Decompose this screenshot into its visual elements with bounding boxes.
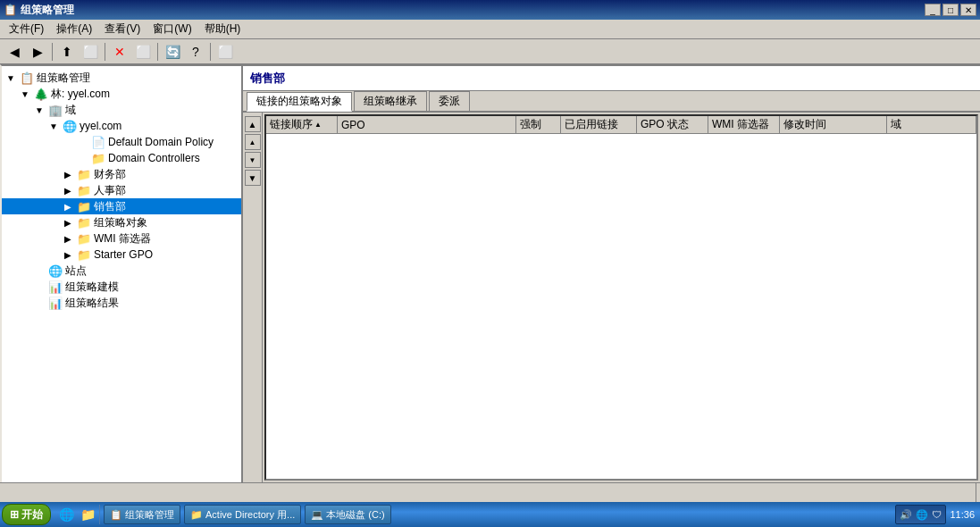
tab-bar: 链接的组策略对象 组策略继承 委派 bbox=[243, 91, 980, 113]
label-yyel: yyel.com bbox=[80, 120, 121, 132]
start-button[interactable]: ⊞ 开始 bbox=[2, 504, 51, 525]
app-icon: 📋 bbox=[4, 4, 17, 16]
taskbar-right: 🔊 🌐 🛡 11:36 bbox=[895, 505, 978, 524]
label-default: Default Domain Policy bbox=[108, 136, 214, 148]
tab-delegation[interactable]: 委派 bbox=[429, 91, 470, 111]
scroll-down-button[interactable]: ▼ bbox=[245, 170, 261, 186]
icon-domains: 🏢 bbox=[48, 103, 63, 117]
label-forest: 林: yyel.com bbox=[51, 87, 110, 102]
copy-button[interactable]: ⬜ bbox=[80, 42, 101, 62]
table-body bbox=[266, 134, 976, 402]
tree-item-wmi[interactable]: ▶ 📁 WMI 筛选器 bbox=[2, 230, 241, 247]
tree-item-root[interactable]: ▼ 📋 组策略管理 bbox=[2, 70, 241, 86]
icon-default: 📄 bbox=[91, 135, 105, 149]
toolbar-sep-3 bbox=[157, 43, 158, 61]
forward-button[interactable]: ▶ bbox=[27, 42, 48, 62]
help-button[interactable]: ? bbox=[185, 42, 206, 62]
window-title: 组策略管理 bbox=[21, 3, 74, 18]
table-area-wrapper: ▲ ▲ ▼ ▼ 链接顺序 ▲ GPO 强制 bbox=[243, 113, 980, 482]
th-link-enabled[interactable]: 已启用链接 bbox=[561, 116, 637, 133]
taskbar-icon-gpo: 📋 bbox=[110, 509, 122, 521]
title-bar-buttons: _ □ ✕ bbox=[925, 4, 976, 16]
tree-item-sites[interactable]: ▶ 🌐 站点 bbox=[2, 263, 241, 279]
export-button[interactable]: ⬜ bbox=[214, 42, 236, 62]
th-wmi-filter[interactable]: WMI 筛选器 bbox=[708, 116, 780, 133]
status-panel bbox=[4, 483, 976, 504]
label-dc: Domain Controllers bbox=[108, 152, 200, 164]
th-domain[interactable]: 域 bbox=[887, 116, 976, 133]
tree-item-finance[interactable]: ▶ 📁 财务部 bbox=[2, 166, 241, 182]
th-enforce[interactable]: 强制 bbox=[516, 116, 561, 133]
tree-item-starter[interactable]: ▶ 📁 Starter GPO bbox=[2, 247, 241, 263]
tree-item-hr[interactable]: ▶ 📁 人事部 bbox=[2, 182, 241, 198]
tree-item-sales[interactable]: ▶ 📁 销售部 bbox=[2, 198, 241, 214]
quicklaunch-explorer[interactable]: 📁 bbox=[78, 505, 97, 524]
taskbar-item-ad[interactable]: 📁 Active Directory 用... bbox=[184, 505, 301, 524]
maximize-button[interactable]: □ bbox=[942, 4, 959, 16]
taskbar-label-disk: 本地磁盘 (C:) bbox=[326, 508, 384, 522]
expander-hr[interactable]: ▶ bbox=[61, 183, 75, 197]
icon-gpo-obj: 📁 bbox=[77, 215, 91, 230]
menu-window[interactable]: 窗口(W) bbox=[147, 20, 197, 38]
up-button[interactable]: ⬆ bbox=[56, 42, 78, 62]
tree-item-yyel[interactable]: ▼ 🌐 yyel.com bbox=[2, 118, 241, 134]
tree-panel: ▼ 📋 组策略管理 ▼ 🌲 林: yyel.com ▼ 🏢 域 ▼ 🌐 yyel… bbox=[0, 64, 243, 482]
scroll-up2-button[interactable]: ▲ bbox=[245, 134, 261, 150]
table-container: 链接顺序 ▲ GPO 强制 已启用链接 GPO 状态 bbox=[264, 114, 978, 481]
scroll-arrows: ▲ ▲ ▼ ▼ bbox=[243, 113, 263, 482]
right-panel-title: 销售部 bbox=[243, 66, 980, 91]
tab-gpo-inheritance[interactable]: 组策略继承 bbox=[354, 91, 427, 111]
quick-launch: 🌐 📁 bbox=[54, 505, 100, 524]
label-starter: Starter GPO bbox=[94, 248, 153, 261]
expander-finance[interactable]: ▶ bbox=[61, 167, 75, 181]
label-hr: 人事部 bbox=[94, 183, 126, 198]
expander-root[interactable]: ▼ bbox=[4, 71, 18, 85]
menu-file[interactable]: 文件(F) bbox=[4, 20, 49, 38]
taskbar-item-disk[interactable]: 💻 本地磁盘 (C:) bbox=[305, 505, 390, 524]
icon-root: 📋 bbox=[20, 71, 34, 85]
tree-item-gpo-model[interactable]: ▶ 📊 组策略建模 bbox=[2, 279, 241, 295]
expander-starter[interactable]: ▶ bbox=[61, 247, 75, 262]
th-gpo-status[interactable]: GPO 状态 bbox=[637, 116, 708, 133]
toolbar-sep-4 bbox=[210, 43, 211, 61]
tree-item-default[interactable]: ▶ 📄 Default Domain Policy bbox=[2, 134, 241, 150]
refresh-button[interactable]: 🔄 bbox=[162, 42, 183, 62]
menu-help[interactable]: 帮助(H) bbox=[199, 20, 247, 38]
th-link-order[interactable]: 链接顺序 ▲ bbox=[266, 116, 338, 133]
label-sites: 站点 bbox=[65, 264, 87, 279]
delete-button[interactable]: ✕ bbox=[109, 42, 130, 62]
tab-linked-gpo[interactable]: 链接的组策略对象 bbox=[247, 92, 352, 112]
scroll-up-button[interactable]: ▲ bbox=[245, 116, 261, 132]
tree-item-dc[interactable]: ▶ 📁 Domain Controllers bbox=[2, 150, 241, 166]
taskbar-item-gpo[interactable]: 📋 组策略管理 bbox=[104, 505, 180, 524]
icon-gpo-result: 📊 bbox=[48, 296, 63, 310]
th-gpo[interactable]: GPO bbox=[338, 116, 516, 133]
label-finance: 财务部 bbox=[94, 167, 126, 182]
tree-item-gpo-obj[interactable]: ▶ 📁 组策略对象 bbox=[2, 214, 241, 230]
title-bar: 📋 组策略管理 _ □ ✕ bbox=[0, 0, 980, 20]
icon-sites: 🌐 bbox=[48, 264, 63, 278]
expander-forest[interactable]: ▼ bbox=[18, 87, 32, 101]
tree-item-forest[interactable]: ▼ 🌲 林: yyel.com bbox=[2, 86, 241, 102]
icon-sales: 📁 bbox=[77, 199, 91, 213]
expander-yyel[interactable]: ▼ bbox=[46, 119, 61, 133]
tree-item-domains[interactable]: ▼ 🏢 域 bbox=[2, 102, 241, 118]
minimize-button[interactable]: _ bbox=[925, 4, 941, 16]
toolbar: ◀ ▶ ⬆ ⬜ ✕ ⬜ 🔄 ? ⬜ bbox=[0, 39, 980, 64]
tree-item-gpo-result[interactable]: ▶ 📊 组策略结果 bbox=[2, 295, 241, 311]
expander-wmi[interactable]: ▶ bbox=[61, 231, 75, 246]
close-button[interactable]: ✕ bbox=[960, 4, 976, 16]
expander-gpo-obj[interactable]: ▶ bbox=[61, 215, 75, 230]
properties-button[interactable]: ⬜ bbox=[132, 42, 154, 62]
expander-domains[interactable]: ▼ bbox=[32, 103, 46, 117]
label-sales: 销售部 bbox=[94, 199, 126, 214]
th-modified[interactable]: 修改时间 bbox=[780, 116, 887, 133]
expander-sales[interactable]: ▶ bbox=[61, 199, 75, 213]
label-wmi: WMI 筛选器 bbox=[94, 231, 151, 247]
menu-action[interactable]: 操作(A) bbox=[51, 20, 97, 38]
menu-view[interactable]: 查看(V) bbox=[99, 20, 146, 38]
quicklaunch-ie[interactable]: 🌐 bbox=[56, 505, 76, 524]
clock: 11:36 bbox=[950, 509, 975, 520]
scroll-down2-button[interactable]: ▼ bbox=[245, 152, 261, 168]
back-button[interactable]: ◀ bbox=[4, 42, 25, 62]
